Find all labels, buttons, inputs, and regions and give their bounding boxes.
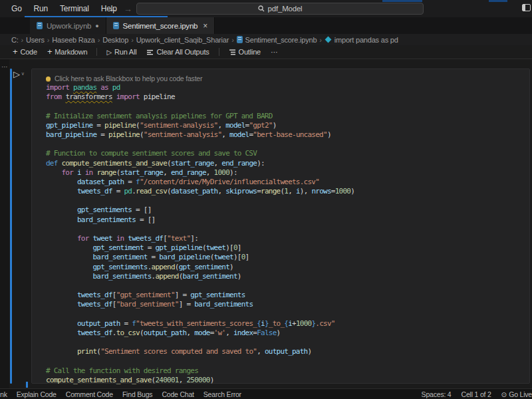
- code-line[interactable]: import pandas as pd: [46, 83, 529, 92]
- run-all-button[interactable]: ▷ Run All: [104, 48, 139, 56]
- outline-icon: [229, 49, 236, 56]
- code-line[interactable]: tweets_df["gpt_sentiment"] = gpt_sentime…: [46, 291, 529, 300]
- search-value: pdf_Model: [268, 5, 303, 13]
- cell-focus-indicator[interactable]: [10, 68, 12, 384]
- code-line[interactable]: gpt_sentiments.append(gpt_sentiment): [46, 263, 529, 272]
- breadcrumb-symbol[interactable]: import pandas as pd: [334, 36, 398, 44]
- symbol-icon: [325, 37, 331, 43]
- code-line[interactable]: bard_sentiment = bard_pipeline(tweet)[0]: [46, 253, 529, 262]
- chevron-down-icon[interactable]: ∨: [21, 71, 25, 76]
- breadcrumb-file[interactable]: Sentiment_score.ipynb: [245, 36, 317, 44]
- code-line[interactable]: [46, 102, 529, 111]
- toolbar-divider: [96, 48, 97, 56]
- tab-sentiment-score-ipynb[interactable]: Sentiment_score.ipynb ×: [106, 17, 215, 34]
- overview-ruler-tick: [26, 382, 28, 388]
- code-line[interactable]: gpt_pipeline = pipeline("sentiment-analy…: [46, 121, 529, 130]
- more-horizontal-icon[interactable]: ⋯: [1, 63, 8, 70]
- breadcrumb-users[interactable]: Users: [26, 36, 45, 44]
- more-actions-button[interactable]: ···: [268, 48, 280, 56]
- progress-strip-2: [489, 0, 507, 2]
- status-find-bugs[interactable]: Find Bugs: [122, 390, 152, 398]
- code-line[interactable]: tweets_df["bard_sentiment"] = bard_senti…: [46, 300, 529, 309]
- code-line[interactable]: bard_sentiments.append(bard_sentiment): [46, 272, 529, 281]
- code-line[interactable]: [46, 356, 529, 366]
- plus-icon: +: [13, 49, 17, 55]
- code-line[interactable]: print("Sentiment scores computed and sav…: [46, 347, 529, 356]
- go-live-label: Go Live: [509, 390, 532, 398]
- unsaved-dot-icon[interactable]: ●: [95, 23, 98, 29]
- code-line[interactable]: # Initialize sentiment analysis pipeline…: [46, 112, 529, 121]
- code-line[interactable]: def compute_sentiments_and_save(start_ra…: [46, 159, 529, 168]
- run-cell-button[interactable]: ▷ ∨: [13, 69, 25, 79]
- breadcrumb-folder[interactable]: Upwork_client_Saqib_Shariar: [136, 36, 229, 44]
- close-icon[interactable]: ×: [203, 21, 207, 31]
- tab-label: Upwork.ipynb: [47, 22, 91, 30]
- notebook-editor: ⋯ ▷ ∨ Click here to ask Blackbox to help…: [0, 59, 532, 388]
- add-code-label: Code: [20, 48, 37, 56]
- code-line[interactable]: [46, 196, 529, 205]
- chevron-right-icon: ›: [98, 36, 100, 44]
- toolbar-divider: [219, 48, 219, 56]
- code-line[interactable]: tweets_df.to_csv(output_path, mode='w', …: [46, 329, 529, 338]
- code-line[interactable]: tweets_df = pd.read_csv(dataset_path, sk…: [46, 187, 529, 196]
- blackbox-hint[interactable]: Click here to ask Blackbox to help you c…: [46, 74, 529, 83]
- menu-terminal[interactable]: Terminal: [54, 4, 95, 13]
- status-clipped-item[interactable]: nk: [0, 390, 7, 398]
- code-line[interactable]: [46, 225, 529, 234]
- add-code-cell-button[interactable]: + Code: [10, 48, 40, 56]
- code-line[interactable]: bard_pipeline = pipeline("sentiment-anal…: [46, 130, 529, 140]
- status-comment-code[interactable]: Comment Code: [66, 390, 113, 398]
- code-line[interactable]: for i in range(start_range, end_range, 1…: [46, 168, 529, 178]
- status-search-error[interactable]: Search Error: [203, 390, 241, 398]
- back-arrow-icon[interactable]: ←: [108, 4, 117, 14]
- status-left: nk Explain Code Comment Code Find Bugs C…: [0, 390, 241, 398]
- code-line[interactable]: # Function to compute sentiment scores a…: [46, 149, 529, 158]
- outline-button[interactable]: Outline: [226, 48, 263, 56]
- add-markdown-cell-button[interactable]: + Markdown: [45, 48, 90, 56]
- menu-underline-accent: [25, 16, 168, 17]
- status-cell-indicator[interactable]: Cell 1 of 2: [462, 390, 491, 398]
- menu-run[interactable]: Run: [28, 4, 54, 13]
- status-spaces[interactable]: Spaces: 4: [422, 390, 452, 398]
- code-line[interactable]: for tweet in tweets_df["text"]:: [46, 234, 529, 243]
- notebook-toolbar: + Code + Markdown ▷ Run All Clear All Ou…: [0, 45, 532, 59]
- status-code-chat[interactable]: Code Chat: [162, 390, 194, 398]
- breadcrumb-desktop[interactable]: Desktop: [102, 36, 128, 44]
- clear-all-outputs-button[interactable]: Clear All Outputs: [144, 48, 211, 56]
- breadcrumb-drive[interactable]: C:: [11, 36, 19, 44]
- code-line[interactable]: dataset_path = f"/content/drive/MyDrive/…: [46, 178, 529, 187]
- layout-panel-icon[interactable]: [522, 4, 531, 11]
- notebook-file-icon: [37, 22, 43, 29]
- status-explain-code[interactable]: Explain Code: [17, 390, 57, 398]
- code-line[interactable]: # Call the function with desired ranges: [46, 366, 529, 376]
- outline-label: Outline: [239, 48, 261, 56]
- code-line[interactable]: output_path = f"tweets_with_sentiments_s…: [46, 319, 529, 329]
- status-go-live[interactable]: ⊙ Go Live: [501, 390, 532, 398]
- play-icon: ▷: [106, 49, 112, 56]
- add-markdown-label: Markdown: [55, 48, 87, 56]
- breadcrumb-user[interactable]: Haseeb Raza: [52, 36, 94, 44]
- code-line[interactable]: bard_sentiments = []: [46, 215, 529, 225]
- notebook-file-icon: [113, 22, 119, 29]
- breadcrumb: C: › Users › Haseeb Raza › Desktop › Upw…: [0, 34, 532, 45]
- code-line[interactable]: from transformers import pipeline: [46, 92, 529, 102]
- status-right: Spaces: 4 Cell 1 of 2 ⊙ Go Live: [422, 390, 532, 398]
- code-lines[interactable]: import pandas as pdfrom transformers imp…: [46, 83, 529, 385]
- search-input[interactable]: pdf_Model: [136, 3, 424, 15]
- code-line[interactable]: [46, 281, 529, 291]
- run-all-label: Run All: [114, 48, 136, 56]
- vscode-window: Go Run Terminal Help ← → pdf_Model Upwor…: [0, 0, 532, 399]
- code-cell[interactable]: Click here to ask Blackbox to help you c…: [31, 68, 530, 384]
- code-line[interactable]: gpt_sentiments = []: [46, 205, 529, 215]
- tab-upwork-ipynb[interactable]: Upwork.ipynb ●: [30, 17, 106, 34]
- notebook-file-icon: [237, 36, 243, 43]
- code-line[interactable]: [46, 338, 529, 347]
- menu-go[interactable]: Go: [5, 4, 28, 13]
- title-bar: Go Run Terminal Help ← → pdf_Model: [0, 0, 532, 17]
- code-line[interactable]: [46, 140, 529, 149]
- code-line[interactable]: gpt_sentiment = gpt_pipeline(tweet)[0]: [46, 243, 529, 253]
- code-line[interactable]: compute_sentiments_and_save(240001, 2500…: [46, 376, 529, 385]
- status-bar: nk Explain Code Comment Code Find Bugs C…: [0, 388, 532, 399]
- forward-arrow-icon[interactable]: →: [124, 4, 132, 14]
- code-line[interactable]: [46, 310, 529, 319]
